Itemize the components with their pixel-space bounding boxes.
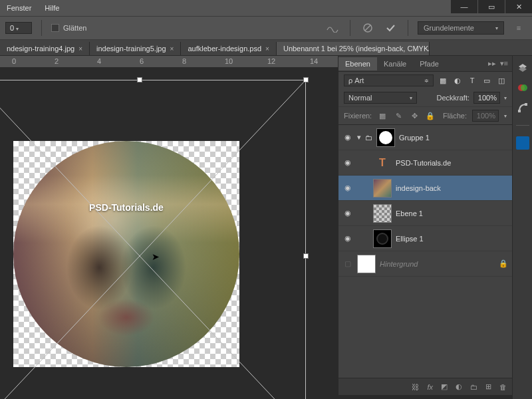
- tab-kanaele[interactable]: Kanäle: [377, 57, 413, 70]
- smooth-checkbox[interactable]: Glätten: [51, 24, 86, 32]
- canvas-area: 0 2 4 6 8 10 12 14 PSD-Tutorials.de: [0, 56, 338, 399]
- layer-name[interactable]: Gruppe 1: [399, 134, 508, 142]
- panel-separator: [338, 395, 512, 399]
- document-tab-active[interactable]: Unbenannt 1 bei 25% (indesign-back, CMYK…: [277, 42, 430, 55]
- transform-box[interactable]: [0, 80, 306, 399]
- layer-name[interactable]: Hintergrund: [380, 260, 495, 268]
- layer-thumbnail[interactable]: [373, 179, 392, 198]
- panel-menu-icon[interactable]: ▾≡: [500, 59, 508, 68]
- svg-rect-6: [518, 110, 521, 112]
- filter-adjust-icon[interactable]: ◐: [452, 75, 463, 86]
- fx-icon[interactable]: fx: [427, 383, 433, 391]
- fill-field[interactable]: 100%: [472, 110, 499, 122]
- chevron-down-icon[interactable]: ▾: [504, 95, 507, 101]
- document-tab[interactable]: aufkleber-indesign.psd×: [181, 42, 277, 55]
- layer-name[interactable]: indesign-back: [396, 184, 508, 192]
- document-tabs: ndesign-training4.jpg× indesign-training…: [0, 40, 532, 56]
- collapse-icon[interactable]: ▸▸: [488, 59, 496, 68]
- filter-smart-icon[interactable]: ◫: [496, 75, 507, 86]
- channels-dock-icon[interactable]: [516, 81, 529, 94]
- filter-text-icon[interactable]: T: [467, 75, 477, 86]
- chevron-down-icon[interactable]: ▾: [504, 113, 507, 119]
- extension-dock-icon[interactable]: [516, 136, 529, 150]
- chevron-down-icon: ≑: [424, 78, 429, 84]
- checkbox-icon: [51, 24, 59, 32]
- new-group-icon[interactable]: 🗀: [470, 383, 477, 391]
- warp-icon[interactable]: [325, 20, 340, 36]
- visibility-icon[interactable]: ▢: [342, 259, 353, 268]
- layer-thumbnail[interactable]: [357, 255, 376, 273]
- layer-row[interactable]: ◉ T PSD-Tutorials.de: [338, 150, 512, 176]
- svg-line-1: [365, 25, 370, 31]
- blend-mode-dropdown[interactable]: Normal▾: [344, 92, 417, 104]
- ruler-horizontal: 0 2 4 6 8 10 12 14: [0, 56, 338, 68]
- opacity-field[interactable]: 100%: [473, 92, 500, 104]
- adjustment-icon[interactable]: ◐: [456, 382, 462, 391]
- folder-icon: 🗀: [365, 134, 372, 142]
- preset-dropdown[interactable]: Grundelemente ▾: [418, 21, 504, 35]
- handle-top-right[interactable]: [303, 77, 309, 82]
- fill-label: Fläche:: [443, 112, 467, 120]
- dropdown-icon: ▾: [16, 26, 19, 32]
- layers-footer: ⛓ fx ◩ ◐ 🗀 ⊞ 🗑: [338, 378, 512, 395]
- visibility-icon[interactable]: ◉: [342, 133, 353, 142]
- window-controls: — ▭ ✕: [450, 0, 532, 13]
- new-layer-icon[interactable]: ⊞: [485, 382, 491, 391]
- visibility-icon[interactable]: ◉: [342, 184, 353, 192]
- menu-hilfe[interactable]: Hilfe: [45, 4, 59, 12]
- lock-position-icon[interactable]: ✥: [409, 110, 420, 121]
- delete-layer-icon[interactable]: 🗑: [499, 383, 507, 391]
- close-button[interactable]: ✕: [505, 0, 532, 13]
- visibility-icon[interactable]: ◉: [342, 158, 353, 167]
- maximize-button[interactable]: ▭: [478, 0, 505, 13]
- minimize-button[interactable]: —: [451, 0, 477, 13]
- close-icon[interactable]: ×: [78, 45, 82, 53]
- tab-pfade[interactable]: Pfade: [413, 57, 446, 70]
- tab-ebenen[interactable]: Ebenen: [338, 57, 377, 70]
- layer-row[interactable]: ◉ Ellipse 1: [338, 226, 512, 251]
- document-tab[interactable]: ndesign-training4.jpg×: [0, 42, 90, 55]
- layer-name[interactable]: PSD-Tutorials.de: [396, 159, 508, 167]
- divider: [41, 20, 42, 36]
- options-bar: 0 ▾ Glätten Grundelemente ▾ ≡: [0, 16, 532, 40]
- commit-icon[interactable]: [382, 20, 398, 36]
- visibility-icon[interactable]: ◉: [342, 234, 353, 243]
- chevron-down-icon: ▾: [410, 95, 412, 101]
- layer-name[interactable]: Ellipse 1: [396, 235, 508, 243]
- lock-transparency-icon[interactable]: ▩: [377, 110, 388, 121]
- lock-pixels-icon[interactable]: ✎: [393, 110, 404, 121]
- layer-row[interactable]: ◉ Ebene 1: [338, 201, 512, 226]
- presets-menu-icon[interactable]: ≡: [511, 20, 527, 36]
- panels-column: Ebenen Kanäle Pfade ▸▸ ▾≡ ρ Art ≑ ▩ ◐ T …: [338, 56, 532, 399]
- paths-dock-icon[interactable]: [516, 101, 529, 114]
- filter-shape-icon[interactable]: ▭: [481, 75, 492, 86]
- link-layers-icon[interactable]: ⛓: [412, 383, 419, 391]
- filter-pixel-icon[interactable]: ▩: [438, 75, 448, 86]
- cursor-icon: ➤: [152, 251, 160, 262]
- document-tab[interactable]: indesign-training5.jpg×: [90, 42, 181, 55]
- menu-fenster[interactable]: Fenster: [7, 4, 31, 12]
- layer-row[interactable]: ◉ ▾ 🗀 Gruppe 1: [338, 125, 512, 150]
- numeric-field[interactable]: 0 ▾: [5, 22, 32, 34]
- layer-row-selected[interactable]: ◉ indesign-back: [338, 176, 512, 201]
- mask-thumbnail[interactable]: [376, 128, 395, 147]
- layers-dock-icon[interactable]: [516, 61, 529, 74]
- visibility-icon[interactable]: ◉: [342, 209, 353, 217]
- handle-top-mid[interactable]: [137, 77, 142, 82]
- panel-dock-strip: [512, 56, 532, 399]
- close-icon[interactable]: ×: [265, 45, 269, 53]
- close-icon[interactable]: ×: [170, 45, 174, 53]
- canvas-stage[interactable]: PSD-Tutorials.de ➤: [0, 68, 338, 399]
- layer-name[interactable]: Ebene 1: [396, 209, 508, 217]
- disclosure-icon[interactable]: ▾: [357, 133, 361, 142]
- lock-all-icon[interactable]: 🔒: [425, 110, 436, 121]
- layer-row[interactable]: ▢ Hintergrund 🔒: [338, 251, 512, 277]
- layer-filter-dropdown[interactable]: ρ Art ≑: [344, 74, 434, 86]
- layer-thumbnail[interactable]: [373, 229, 392, 248]
- layer-thumbnail[interactable]: [373, 204, 392, 223]
- chevron-down-icon: ▾: [495, 25, 498, 31]
- cancel-icon[interactable]: [360, 20, 376, 36]
- divider: [350, 20, 350, 36]
- mask-icon[interactable]: ◩: [441, 382, 448, 391]
- handle-mid-right[interactable]: [303, 253, 309, 259]
